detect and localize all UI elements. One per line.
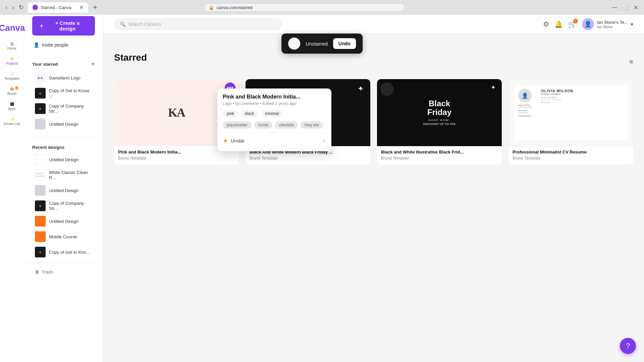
gamefarm-label: Gamefarm Logo bbox=[49, 75, 80, 80]
browser-chrome: ‹ › ↻ Starred - Canva ✕ + 🔒 canva.com/st… bbox=[0, 0, 644, 15]
maximize-button[interactable]: ⬜ bbox=[621, 3, 629, 11]
sidebar-recent-4[interactable]: ■ Copy of Company Str... bbox=[32, 198, 95, 214]
back-button[interactable]: ‹ bbox=[4, 3, 9, 12]
tab-favicon bbox=[33, 5, 38, 10]
sidebar-item-home[interactable]: 🏠 Home bbox=[0, 39, 24, 54]
sidebar-recent-2[interactable]: WHITECLASSIC White Classic Clean R... bbox=[32, 167, 95, 183]
top-bar: 🔍 Search Canva's ⚙ 🔔 🛒 1 👤 Ian Stone's T… bbox=[103, 15, 644, 34]
sidebar-item-dreamlab[interactable]: ✨ Dream Lab bbox=[0, 114, 24, 129]
plus-icon: ＋ bbox=[39, 23, 44, 29]
recent-2-label: White Classic Clean R... bbox=[49, 170, 92, 180]
recent-header: Recent designs bbox=[32, 143, 95, 152]
copy-company-label: Copy of Company Str... bbox=[49, 104, 92, 114]
url-text: canva.com/starred bbox=[217, 5, 253, 10]
tag-clientele: clientele bbox=[275, 121, 298, 129]
unstar-toast: 🖼 Unstarred Undo bbox=[281, 34, 363, 54]
recent-7-label: Copy of Get to Kno... bbox=[49, 250, 90, 255]
invite-icon: 👤 bbox=[34, 42, 39, 48]
sidebar-recent-5[interactable]: Untitled Design bbox=[32, 214, 95, 229]
notifications-button[interactable]: 🔔 bbox=[554, 20, 563, 28]
invite-people-button[interactable]: 👤 Invite people bbox=[32, 40, 70, 50]
sidebar-recent-3[interactable]: Untitled Design bbox=[32, 183, 95, 198]
card-3-thumb: BlackFriday SHOP NOW! DISCOUNT UP TO 70%… bbox=[377, 79, 502, 146]
invite-label: Invite people bbox=[42, 42, 68, 48]
divider bbox=[32, 137, 95, 137]
top-icons: ⚙ 🔔 🛒 1 👤 Ian Stone's Te... Ian Stone ▾ bbox=[543, 18, 633, 30]
sparkle-2-icon: ✦ bbox=[491, 84, 496, 91]
recent-title: Recent designs bbox=[32, 145, 64, 150]
sidebar-item-projects[interactable]: 📁 Projects bbox=[0, 54, 24, 69]
refresh-button[interactable]: ↻ bbox=[17, 3, 25, 12]
recent-1-thumb bbox=[35, 154, 46, 165]
tab-close-icon[interactable]: ✕ bbox=[79, 4, 84, 11]
trash-button[interactable]: 🗑 Trash bbox=[32, 267, 56, 277]
card-black-friday-2[interactable]: BlackFriday SHOP NOW! DISCOUNT UP TO 70%… bbox=[377, 79, 502, 165]
trash-icon: 🗑 bbox=[35, 269, 39, 275]
circle-deco bbox=[380, 82, 394, 96]
tag-pink: pink bbox=[223, 110, 238, 117]
user-info[interactable]: 👤 Ian Stone's Te... Ian Stone ▾ bbox=[582, 18, 633, 30]
sidebar-recent-7[interactable]: ■ Copy of Get to Kno... bbox=[32, 244, 95, 260]
cart-badge: 1 bbox=[573, 19, 578, 23]
search-placeholder: Search Canva's bbox=[128, 21, 161, 27]
new-tab-button[interactable]: + bbox=[91, 3, 99, 12]
unstar-action[interactable]: ★ Unstar ↖ bbox=[223, 136, 326, 146]
starred-title: Your starred bbox=[32, 62, 58, 67]
copy-company-thumb: ■ bbox=[35, 103, 46, 114]
sidebar-item-apps[interactable]: ⬛ Apps bbox=[0, 99, 24, 114]
search-bar[interactable]: 🔍 Search Canva's bbox=[114, 18, 282, 30]
sidebar-content: ＋ + Create a design 👤 Invite people Your… bbox=[24, 15, 103, 281]
sidebar: Canva 🏠 Home 📁 Projects 📄 Templates 🎨 Br… bbox=[0, 15, 103, 362]
create-design-button[interactable]: ＋ + Create a design bbox=[32, 16, 95, 36]
add-starred-button[interactable]: + bbox=[91, 60, 95, 68]
trash-label: Trash bbox=[42, 269, 53, 275]
card-3-title: Black and White Illustrative Black Frid.… bbox=[377, 146, 502, 156]
window-controls: — ⬜ ✕ bbox=[610, 3, 640, 11]
recent-5-thumb bbox=[35, 216, 46, 227]
forward-button[interactable]: › bbox=[11, 3, 15, 12]
user-details: Ian Stone's Te... Ian Stone bbox=[597, 20, 628, 29]
sidebar-recent-6[interactable]: Mobile Course bbox=[32, 229, 95, 244]
tag-placeholder: placeholder bbox=[223, 121, 252, 129]
unstar-label: Unstar bbox=[231, 138, 245, 143]
undo-button[interactable]: Undo bbox=[333, 38, 356, 49]
sidebar-item-copy-get-know[interactable]: ■ Copy of Get to Know ... bbox=[32, 85, 95, 101]
avatar: 👤 bbox=[582, 18, 594, 30]
browser-tab[interactable]: Starred - Canva ✕ bbox=[28, 2, 88, 13]
sidebar-item-brand[interactable]: 🎨 Brand 48 bbox=[0, 84, 24, 99]
tag-they-are: they are bbox=[301, 121, 323, 129]
recent-5-label: Untitled Design bbox=[49, 219, 78, 224]
context-tags-more: placeholder home clientele they are bbox=[223, 121, 326, 129]
sidebar-item-untitled[interactable]: Untitled Design bbox=[32, 116, 95, 132]
card-cv-resume[interactable]: 👤 EDUCATION Lorem ipsum dolor PROFILE Lo… bbox=[508, 79, 633, 165]
minimize-button[interactable]: — bbox=[610, 3, 619, 11]
sidebar-recent-1[interactable]: Untitled Design bbox=[32, 152, 95, 167]
templates-label: Templates bbox=[4, 77, 20, 80]
sidebar-item-gamefarm[interactable]: KA Gamefarm Logo bbox=[32, 70, 95, 85]
view-toggle-button[interactable]: ≡ bbox=[629, 58, 633, 66]
starred-header: Your starred + bbox=[32, 58, 95, 70]
nav-controls: ‹ › ↻ bbox=[4, 3, 25, 12]
user-name: Ian Stone's Te... bbox=[597, 20, 628, 25]
recent-6-thumb bbox=[35, 231, 46, 242]
close-window-button[interactable]: ✕ bbox=[632, 3, 640, 11]
recent-3-label: Untitled Design bbox=[49, 188, 78, 193]
create-label: + Create a design bbox=[47, 20, 88, 32]
recent-2-thumb: WHITECLASSIC bbox=[35, 170, 46, 180]
sidebar-item-copy-company[interactable]: ■ Copy of Company Str... bbox=[32, 101, 95, 116]
card-4-title: Professional Minimalist CV Resume bbox=[508, 146, 633, 156]
recent-3-thumb bbox=[35, 185, 46, 196]
app-container: Canva 🏠 Home 📁 Projects 📄 Templates 🎨 Br… bbox=[0, 15, 644, 362]
recent-6-label: Mobile Course bbox=[49, 234, 77, 239]
help-button[interactable]: ? bbox=[620, 338, 636, 354]
settings-button[interactable]: ⚙ bbox=[543, 20, 549, 28]
card-4-thumb: 👤 EDUCATION Lorem ipsum dolor PROFILE Lo… bbox=[508, 79, 633, 146]
cart-button[interactable]: 🛒 1 bbox=[568, 20, 577, 28]
page-title: Starred bbox=[114, 52, 147, 63]
card-2-sub: Brand Template bbox=[246, 156, 370, 165]
address-bar[interactable]: 🔒 canva.com/starred bbox=[204, 3, 405, 12]
chevron-down-icon: ▾ bbox=[631, 21, 633, 27]
context-title: Pink and Black Modern Initia... bbox=[223, 94, 326, 100]
sidebar-item-templates[interactable]: 📄 Templates bbox=[0, 69, 24, 84]
recent-1-label: Untitled Design bbox=[49, 157, 78, 162]
